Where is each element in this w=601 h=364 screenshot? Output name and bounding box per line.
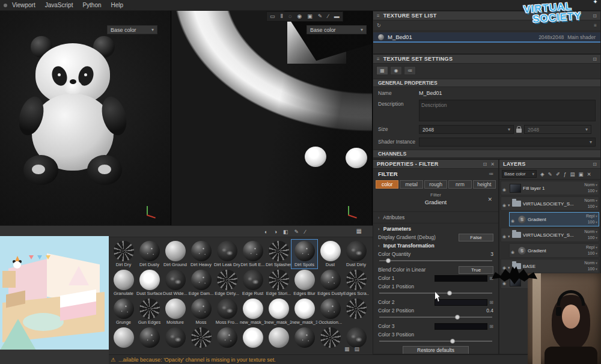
menu-item[interactable]: Help xyxy=(111,2,124,8)
eye-icon[interactable] xyxy=(511,214,514,225)
panel-close-icon[interactable]: ✕ xyxy=(490,162,495,167)
viewport-toolbar-icon[interactable]: Ⅱ xyxy=(281,12,283,21)
asset-item[interactable]: Dust Surface xyxy=(136,268,162,297)
asset-item[interactable]: new_mask_2 xyxy=(266,297,291,326)
channel-tab[interactable]: metal xyxy=(400,180,423,189)
layer-opacity[interactable]: 100 xyxy=(588,204,597,208)
assets-filter-icon[interactable]: ◑ xyxy=(273,229,276,235)
layer-opacity[interactable]: 100 xyxy=(588,189,597,193)
layer-opacity[interactable]: 100 xyxy=(588,251,597,255)
asset-item[interactable] xyxy=(162,326,188,354)
asset-item[interactable]: Dust xyxy=(317,240,343,268)
eye-icon[interactable] xyxy=(502,183,506,193)
layer-blend-mode[interactable]: Norm xyxy=(584,183,597,187)
refresh-icon[interactable]: ↻ xyxy=(377,23,381,28)
layer-row[interactable]: VIRTUALSOCIETY_S... Norm 100 xyxy=(501,228,599,242)
menu-item[interactable]: Python xyxy=(82,2,101,8)
description-input[interactable] xyxy=(419,100,596,121)
assets-corner-icon[interactable]: ▦ xyxy=(344,346,350,352)
layer-opacity[interactable]: 100 xyxy=(588,220,597,224)
layer-blend-mode[interactable]: Repl xyxy=(586,214,597,218)
layer-row[interactable]: Gradient Repl 100 xyxy=(509,212,599,226)
layer-opacity[interactable]: 100 xyxy=(588,235,597,240)
color-2-position-value[interactable]: 0.4 xyxy=(486,308,493,314)
name-value[interactable]: M_Bed01 xyxy=(419,89,442,96)
folder-caret-icon[interactable] xyxy=(508,198,510,209)
slider-handle[interactable] xyxy=(447,291,452,296)
asset-item[interactable] xyxy=(214,326,240,354)
viewport-toolbar-icon[interactable]: ∕ xyxy=(328,12,329,21)
layer-blend-opacity[interactable]: Repl 100 xyxy=(579,213,597,225)
color-picker-icon[interactable]: ⊞ xyxy=(489,324,493,329)
grid-view-icon[interactable]: ▦ xyxy=(356,228,362,234)
layer-opacity[interactable]: 100 xyxy=(588,267,597,271)
panel-dock-icon[interactable]: ⊡ xyxy=(593,56,597,62)
slider-handle[interactable] xyxy=(455,315,460,320)
size-select[interactable]: 2048 xyxy=(419,125,514,134)
filter-options-icon[interactable]: ≔ xyxy=(489,171,493,177)
layer-row[interactable]: Fill layer 1 Norm 100 xyxy=(501,181,599,195)
viewport-toolbar-icon[interactable]: ◉ xyxy=(297,12,302,21)
asset-item[interactable]: Edges Dusty xyxy=(317,268,343,297)
layer-blend-mode[interactable]: Repl xyxy=(586,245,597,249)
eye-icon[interactable] xyxy=(502,198,506,209)
asset-item[interactable]: Dirt Spots xyxy=(291,240,317,268)
assets-filter-icon[interactable]: ◐ xyxy=(264,229,267,235)
channel-tab[interactable]: nrm xyxy=(448,180,471,189)
color-quantity-value[interactable]: 3 xyxy=(490,251,493,257)
color-1-swatch[interactable] xyxy=(435,275,487,282)
layer-row[interactable]: Gradient Repl 100 xyxy=(509,243,599,258)
layers-toolbar-icon[interactable]: ▤ xyxy=(570,171,575,177)
channel-tab[interactable]: rough xyxy=(424,180,447,189)
asset-item[interactable]: Moisture xyxy=(162,297,188,326)
layer-blend-mode[interactable]: Norm xyxy=(584,198,597,202)
asset-item[interactable]: Dust Dirty xyxy=(343,240,369,268)
asset-item[interactable]: Granulate xyxy=(111,268,136,297)
layer-blend-opacity[interactable]: Norm 100 xyxy=(579,229,597,241)
assets-filter-icon[interactable]: ◧ xyxy=(283,229,288,235)
asset-item[interactable]: Dirt Ground xyxy=(162,240,188,268)
color-picker-icon[interactable]: ⊞ xyxy=(489,300,493,305)
asset-item[interactable]: Dirt Soft E... xyxy=(240,240,266,268)
layer-blend-opacity[interactable]: Norm 100 xyxy=(579,182,597,194)
channel-tab[interactable]: color xyxy=(376,180,398,189)
layers-toolbar-icon[interactable]: ✐ xyxy=(556,171,560,177)
channel-tab[interactable]: height xyxy=(473,180,496,189)
asset-item[interactable]: Dirt Dusty xyxy=(136,240,162,268)
layers-toolbar-icon[interactable]: ƒ xyxy=(564,171,567,177)
slider-handle[interactable] xyxy=(386,258,391,263)
folder-caret-icon[interactable] xyxy=(508,229,510,240)
asset-item[interactable] xyxy=(266,326,291,354)
asset-item[interactable]: Grunge xyxy=(111,297,136,326)
navigation-gizmo-2d[interactable] xyxy=(346,202,359,216)
asset-item[interactable]: Dirt Splashes xyxy=(266,240,291,268)
viewport-toolbar-icon[interactable]: ▣ xyxy=(307,12,313,21)
asset-item[interactable] xyxy=(291,326,317,354)
restore-defaults-button[interactable]: Restore defaults xyxy=(403,346,469,354)
size-linked-select[interactable]: 2048 xyxy=(524,125,591,134)
slider-handle[interactable] xyxy=(450,339,455,344)
panda-model[interactable] xyxy=(21,36,129,198)
eye-icon[interactable] xyxy=(511,245,514,256)
attributes-row[interactable]: › Attributes xyxy=(373,213,498,222)
panel-menu-icon[interactable]: ≡ xyxy=(377,13,380,19)
asset-item[interactable]: Moss xyxy=(188,297,214,326)
asset-item[interactable] xyxy=(111,326,136,354)
layer-blend-mode[interactable]: Norm xyxy=(584,229,597,234)
asset-item[interactable] xyxy=(136,326,162,354)
asset-item[interactable]: Edges Scra... xyxy=(343,268,369,297)
channel-select-2d[interactable]: Base color xyxy=(307,25,367,34)
layers-channel-filter[interactable]: Base color xyxy=(502,170,537,178)
layers-toolbar-icon[interactable]: ▣ xyxy=(579,171,584,177)
eye-icon[interactable] xyxy=(502,229,506,240)
assets-filter-icon[interactable]: ∕ xyxy=(305,229,306,235)
asset-item[interactable]: Edge Dirty... xyxy=(214,268,240,297)
lock-icon[interactable] xyxy=(516,129,522,133)
asset-item[interactable]: Gun Edges xyxy=(136,297,162,326)
asset-item[interactable] xyxy=(240,326,266,354)
asset-item[interactable]: Dirt Heavy xyxy=(188,240,214,268)
folder-caret-icon[interactable] xyxy=(508,261,510,271)
asset-item[interactable]: Dust Wide... xyxy=(162,268,188,297)
viewport-toolbar-icon[interactable]: ▭ xyxy=(270,12,275,21)
asset-item[interactable] xyxy=(317,326,343,354)
